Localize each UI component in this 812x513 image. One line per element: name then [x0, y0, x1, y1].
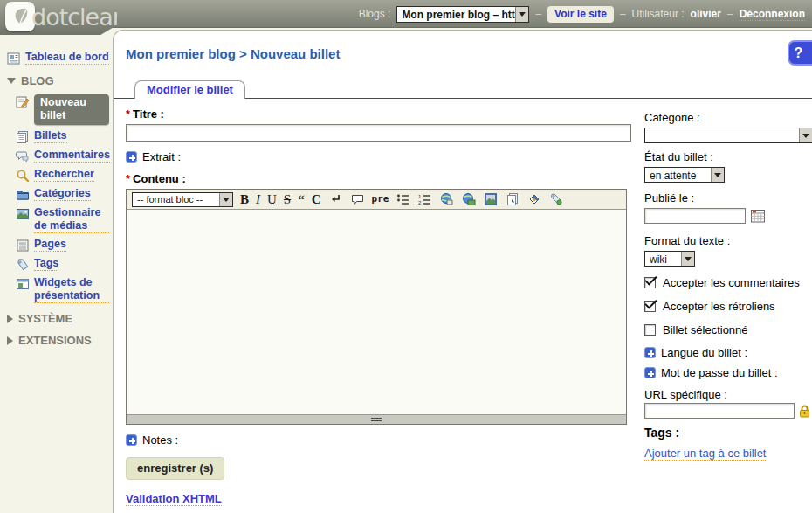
category-label: Catégorie : [644, 111, 812, 124]
help-button[interactable]: ? [788, 40, 812, 66]
accept-comments-checkbox[interactable] [644, 277, 656, 288]
sidebar-item-dashboard[interactable]: Tableau de bord [7, 51, 109, 66]
plus-expand-icon[interactable] [126, 151, 137, 163]
sidebar-section-extensions[interactable]: EXTENSIONS [7, 334, 109, 347]
plus-expand-icon[interactable] [644, 367, 656, 378]
pre-button[interactable]: pre [372, 191, 389, 207]
selected-post-checkbox[interactable] [644, 324, 656, 336]
link-icon[interactable] [439, 192, 454, 207]
logo-block: dotclear [0, 0, 117, 35]
strike-button[interactable]: S [284, 191, 291, 207]
ordered-list-icon[interactable]: 12 [417, 192, 432, 207]
media-link-icon[interactable] [461, 192, 476, 207]
chevron-down-icon[interactable] [219, 193, 232, 206]
lock-icon [799, 405, 810, 418]
sidebar-section-blog[interactable]: BLOG [7, 74, 109, 87]
checkbox-label: Billet sélectionné [663, 323, 748, 336]
media-icon[interactable] [526, 192, 541, 207]
plus-expand-icon[interactable] [644, 347, 656, 358]
sidebar-item-label[interactable]: Nouveau billet [34, 94, 109, 125]
tag-icon[interactable] [548, 192, 563, 207]
sidebar-item-comments[interactable]: Commentaires [16, 149, 109, 163]
plus-expand-icon[interactable] [126, 434, 137, 446]
content-label: *Contenu : [126, 172, 631, 185]
text-format-value: wiki [645, 252, 681, 266]
italic-button[interactable]: I [256, 191, 260, 207]
checkbox-label: Accepter les rétroliens [663, 300, 775, 313]
status-select[interactable]: en attente [644, 167, 725, 183]
line-break-icon[interactable] [328, 192, 343, 207]
image-icon[interactable] [483, 192, 498, 207]
blockquote-button[interactable]: “ [298, 191, 305, 207]
chevron-down-icon[interactable] [799, 128, 812, 142]
sidebar-item-label[interactable]: Commentaires [34, 149, 110, 163]
tab-edit-post[interactable]: Modifier le billet [134, 80, 245, 99]
sidebar-item-label[interactable]: Gestionnaire de médias [34, 206, 109, 233]
notes-toggle[interactable]: Notes : [126, 433, 631, 447]
code-button[interactable]: C [312, 191, 321, 207]
format-block-select[interactable]: -- format bloc -- [132, 192, 233, 207]
post-lang-toggle[interactable]: Langue du billet : [644, 346, 812, 359]
user-name: olivier [691, 8, 721, 20]
post-password-toggle[interactable]: Mot de passe du billet : [644, 366, 812, 379]
post-lang-label: Langue du billet : [661, 346, 747, 359]
sidebar-item-search[interactable]: Rechercher [16, 168, 109, 183]
save-button[interactable]: enregistrer (s) [126, 457, 224, 480]
sidebar-section-label: BLOG [21, 74, 54, 87]
unordered-list-icon[interactable] [396, 192, 410, 207]
sidebar-item-new-post[interactable]: Nouveau billet [16, 94, 109, 125]
sidebar-item-label[interactable]: Tags [34, 257, 58, 271]
status-label: État du billet : [644, 150, 812, 163]
svg-text:2: 2 [418, 200, 422, 205]
inline-quote-icon[interactable] [350, 192, 365, 207]
sidebar-section-label: EXTENSIONS [18, 334, 92, 347]
sidebar-item-label[interactable]: Widgets de présentation [34, 276, 109, 303]
sidebar-item-label[interactable]: Rechercher [34, 168, 94, 182]
logout-link[interactable]: Déconnexion [740, 8, 805, 21]
sidebar-item-posts[interactable]: Billets [16, 129, 109, 144]
sidebar-item-label[interactable]: Billets [34, 129, 67, 143]
triangle-down-icon [7, 78, 16, 84]
published-date-input[interactable] [644, 208, 746, 224]
underline-button[interactable]: U [267, 191, 277, 207]
bold-button[interactable]: B [240, 191, 249, 207]
logo-text: dotclear [31, 3, 121, 31]
tags-heading: Tags : [644, 426, 812, 440]
view-site-button[interactable]: Voir le site [547, 6, 614, 23]
chevron-down-icon[interactable] [515, 7, 528, 22]
sidebar-item-categories[interactable]: Catégories [16, 187, 109, 202]
selected-post-row: Billet sélectionné [644, 322, 812, 337]
xhtml-validation-link[interactable]: Validation XHTML [126, 492, 222, 506]
content-textarea[interactable] [127, 210, 626, 414]
separator: – [727, 8, 733, 20]
chevron-down-icon[interactable] [681, 252, 694, 266]
breadcrumb: Mon premier blog > Nouveau billet [126, 46, 340, 61]
category-select[interactable] [644, 128, 812, 143]
accept-trackbacks-checkbox[interactable] [644, 301, 656, 312]
add-tag-link[interactable]: Ajouter un tag à ce billet [644, 447, 766, 461]
sidebar-item-label[interactable]: Catégories [34, 187, 91, 201]
sidebar-item-label[interactable]: Pages [34, 238, 66, 252]
paste-icon[interactable] [505, 192, 520, 207]
post-password-label: Mot de passe du billet : [661, 366, 778, 379]
sidebar-item-widgets[interactable]: Widgets de présentation [16, 276, 109, 303]
sidebar-item-pages[interactable]: Pages [16, 238, 109, 253]
blog-select[interactable]: Mon premier blog – http:/ [396, 6, 529, 23]
title-input[interactable] [126, 124, 631, 142]
sidebar-item-tags[interactable]: Tags [16, 257, 109, 272]
text-format-select[interactable]: wiki [644, 251, 695, 267]
categories-icon [16, 188, 30, 202]
specific-url-input[interactable] [644, 403, 795, 419]
chevron-down-icon[interactable] [711, 168, 724, 182]
comments-icon [16, 149, 30, 163]
editor-resize-handle[interactable] [127, 414, 626, 424]
app-header: Blogs : Mon premier blog – http:/ – Voir… [0, 0, 812, 28]
editor-toolbar: -- format bloc -- B I U S “ C pre [127, 190, 626, 210]
tags-icon [16, 258, 30, 272]
excerpt-toggle[interactable]: Extrait : [126, 150, 631, 163]
sidebar-section-system[interactable]: SYSTÈME [7, 312, 109, 325]
sidebar-item-label[interactable]: Tableau de bord [25, 51, 109, 65]
media-manager-icon [16, 207, 30, 221]
calendar-icon[interactable] [751, 209, 766, 223]
sidebar-item-media-manager[interactable]: Gestionnaire de médias [16, 206, 109, 233]
